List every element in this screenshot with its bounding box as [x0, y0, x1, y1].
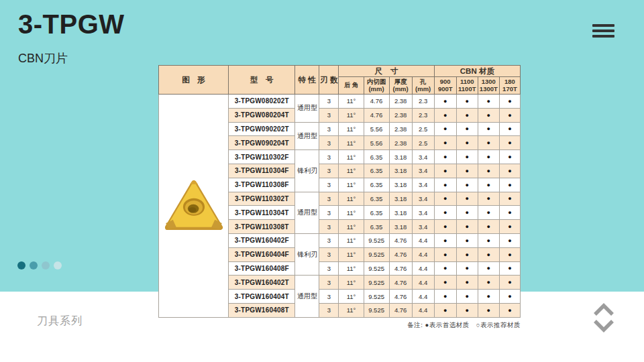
chevron-up-icon[interactable]	[593, 303, 614, 316]
hamburger-icon	[592, 29, 614, 32]
feature-cell: 通用型	[295, 276, 319, 317]
inscribed-circle-cell: 6.35	[364, 192, 389, 206]
pagination-dot-active[interactable]	[17, 261, 25, 269]
model-cell: 3-TPGW160408F	[229, 261, 295, 276]
thickness-cell: 4.76	[389, 233, 412, 247]
clearance-angle-cell: 11°	[339, 192, 364, 206]
menu-button[interactable]	[592, 24, 614, 38]
model-cell: 3-TPGW110304T	[229, 206, 295, 220]
edge-count-cell: 3	[319, 233, 339, 247]
clearance-angle-cell: 11°	[339, 206, 364, 220]
inscribed-circle-cell: 6.35	[364, 206, 389, 220]
cbn-dot-cell: ●	[456, 164, 478, 178]
cbn-dot-cell: ●	[456, 206, 478, 220]
hole-cell: 2.3	[412, 95, 434, 109]
hole-cell: 4.4	[412, 261, 434, 276]
inscribed-circle-cell: 5.56	[364, 122, 389, 136]
cbn-dot-cell: ●	[478, 95, 499, 109]
cbn-dot-cell: ●	[478, 178, 499, 192]
page-title: 3-TPGW	[18, 8, 125, 40]
model-cell: 3-TPGW090204T	[229, 136, 295, 150]
series-label: 刀具系列	[37, 314, 83, 328]
cbn-dot-cell: ●	[456, 150, 478, 164]
cbn-dot-cell: ●	[478, 303, 499, 317]
cbn-dot-cell: ●	[499, 95, 520, 109]
cbn-dot-cell: ●	[499, 178, 520, 192]
thickness-cell: 4.76	[389, 303, 412, 317]
edge-count-cell: 3	[319, 95, 339, 109]
cbn-dot-cell: ●	[499, 136, 520, 150]
clearance-angle-cell: 11°	[339, 164, 364, 178]
thickness-cell: 4.76	[389, 290, 412, 304]
model-cell: 3-TPGW160404T	[229, 290, 295, 304]
hamburger-icon	[592, 24, 614, 27]
cbn-dot-cell: ●	[499, 233, 520, 247]
thickness-cell: 3.18	[389, 206, 412, 220]
clearance-angle-cell: 11°	[339, 303, 364, 317]
model-cell: 3-TPGW160402T	[229, 276, 295, 290]
hole-cell: 3.4	[412, 164, 434, 178]
clearance-angle-cell: 11°	[339, 233, 364, 247]
pagination-dot[interactable]	[54, 261, 62, 269]
cbn-dot-cell: ●	[499, 220, 520, 234]
header-feature: 特 性	[295, 66, 319, 95]
model-cell: 3-TPGW110302T	[229, 192, 295, 206]
edge-count-cell: 3	[319, 192, 339, 206]
inscribed-circle-cell: 4.76	[364, 95, 389, 109]
cbn-dot-cell: ●	[456, 108, 478, 122]
thickness-cell: 2.38	[389, 122, 412, 136]
cbn-dot-cell: ●	[499, 164, 520, 178]
cbn-dot-cell: ●	[478, 276, 499, 290]
feature-cell: 锋利刃	[295, 233, 319, 275]
cbn-dot-cell: ●	[434, 261, 456, 276]
cbn-dot-cell: ●	[478, 136, 499, 150]
hole-cell: 3.4	[412, 150, 434, 164]
cbn-dot-cell: ●	[456, 233, 478, 247]
clearance-angle-cell: 11°	[339, 122, 364, 136]
cbn-dot-cell: ●	[478, 220, 499, 234]
hole-cell: 4.4	[412, 247, 434, 261]
thickness-cell: 2.38	[389, 108, 412, 122]
cbn-dot-cell: ●	[499, 192, 520, 206]
thickness-cell: 2.38	[389, 136, 412, 150]
inscribed-circle-cell: 5.56	[364, 136, 389, 150]
model-cell: 3-TPGW160404F	[229, 247, 295, 261]
header-edges: 刃 数	[319, 66, 339, 95]
thickness-cell: 2.38	[389, 95, 412, 109]
catalog-page: 3-TPGW CBN刀片 图 形 型 号 特 性 刃 数 尺 寸 CBN 材质	[0, 0, 644, 362]
clearance-angle-cell: 11°	[339, 261, 364, 276]
inscribed-circle-cell: 6.35	[364, 150, 389, 164]
hole-cell: 3.4	[412, 220, 434, 234]
edge-count-cell: 3	[319, 261, 339, 276]
inscribed-circle-cell: 9.525	[364, 261, 389, 276]
header-cbn-1100: 1100 1100T	[456, 77, 478, 95]
pagination-dot[interactable]	[42, 261, 50, 269]
model-cell: 3-TPGW080202T	[229, 95, 295, 109]
header-size-group: 尺 寸	[339, 66, 434, 77]
cbn-dot-cell: ●	[434, 108, 456, 122]
chevron-down-icon[interactable]	[593, 319, 614, 333]
model-cell: 3-TPGW110308F	[229, 178, 295, 192]
cbn-dot-cell: ●	[478, 150, 499, 164]
cbn-dot-cell: ●	[499, 247, 520, 261]
edge-count-cell: 3	[319, 276, 339, 290]
cbn-dot-cell: ●	[478, 192, 499, 206]
cbn-dot-cell: ●	[434, 276, 456, 290]
cbn-dot-cell: ●	[434, 220, 456, 234]
inscribed-circle-cell: 9.525	[364, 247, 389, 261]
edge-count-cell: 3	[319, 150, 339, 164]
model-cell: 3-TPGW160402F	[229, 233, 295, 247]
cbn-dot-cell: ●	[478, 290, 499, 304]
pagination-dot[interactable]	[30, 261, 38, 269]
hole-cell: 3.4	[412, 178, 434, 192]
header-inscribed-circle: 内切圆 (mm)	[364, 77, 389, 95]
cbn-dot-cell: ●	[478, 233, 499, 247]
clearance-angle-cell: 11°	[339, 247, 364, 261]
model-cell: 3-TPGW090202T	[229, 122, 295, 136]
header-cbn-180: 180 170T	[499, 77, 520, 95]
cbn-dot-cell: ●	[434, 303, 456, 317]
spec-table: 图 形 型 号 特 性 刃 数 尺 寸 CBN 材质 后 角 内切圆 (mm) …	[158, 65, 521, 318]
thickness-cell: 4.76	[389, 276, 412, 290]
model-cell: 3-TPGW110302F	[229, 150, 295, 164]
thickness-cell: 3.18	[389, 220, 412, 234]
